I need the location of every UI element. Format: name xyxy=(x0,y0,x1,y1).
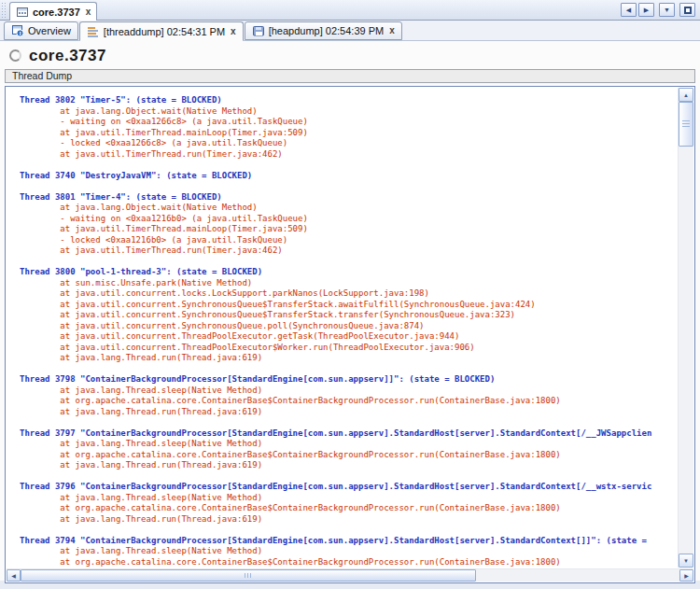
stack-frame-line: at java.util.concurrent.ThreadPoolExecut… xyxy=(20,331,678,343)
stack-frame-line: at java.util.concurrent.ThreadPoolExecut… xyxy=(20,343,678,354)
close-icon[interactable]: x xyxy=(389,26,395,35)
horizontal-scrollbar[interactable]: ◀ ▶ xyxy=(7,568,693,582)
blank-line xyxy=(20,417,678,428)
stack-frame-line: at java.util.TimerThread.run(Timer.java:… xyxy=(20,149,678,161)
thread-header-line: Thread 3800 "pool-1-thread-3": (state = … xyxy=(20,267,678,278)
scroll-right-icon: ▶ xyxy=(684,572,689,579)
maximize-icon xyxy=(684,7,692,14)
stack-frame-line: at java.util.concurrent.SynchronousQueue… xyxy=(20,310,678,321)
tab-heapdump[interactable]: [heapdump] 02:54:39 PM x xyxy=(245,21,402,40)
tab-label: Overview xyxy=(28,25,71,36)
blank-line xyxy=(20,471,678,483)
vertical-scrollbar-thumb[interactable] xyxy=(679,102,693,147)
stack-frame-line: at java.util.TimerThread.mainLoop(Timer.… xyxy=(20,224,678,235)
thread-header-line: Thread 3796 "ContainerBackgroundProcesso… xyxy=(20,482,678,493)
stack-frame-line: at java.util.concurrent.SynchronousQueue… xyxy=(20,321,678,332)
stack-frame-line: at java.lang.Thread.run(Thread.java:619) xyxy=(20,407,678,418)
stack-frame-line: at java.util.concurrent.SynchronousQueue… xyxy=(20,300,678,311)
document-body: core.3737 Thread Dump Thread 3802 "Timer… xyxy=(0,41,700,581)
coredump-ring-icon xyxy=(9,49,21,62)
stack-frame-line: at java.util.TimerThread.run(Timer.java:… xyxy=(20,245,678,257)
stack-frame-line: at java.lang.Object.wait(Native Method) xyxy=(20,203,678,214)
tab-label: [threaddump] 02:54:31 PM xyxy=(104,26,225,37)
stack-frame-line: - waiting on <0xaa1266c8> (a java.util.T… xyxy=(20,117,678,128)
stack-frame-line: at org.apache.catalina.core.ContainerBas… xyxy=(20,450,678,461)
scroll-left-icon: ◀ xyxy=(11,572,16,579)
coredump-icon xyxy=(16,6,29,19)
page-title: core.3737 xyxy=(29,47,106,65)
stack-frame-line: at java.lang.Thread.run(Thread.java:619) xyxy=(20,460,678,471)
tab-label: [heapdump] 02:54:39 PM xyxy=(269,25,385,36)
thread-header-line: Thread 3740 "DestroyJavaVM": (state = BL… xyxy=(20,171,678,182)
stack-frame-line: at sun.misc.Unsafe.park(Native Method) xyxy=(20,278,678,289)
stack-frame-line: at java.lang.Thread.run(Thread.java:619) xyxy=(20,514,678,526)
blank-line xyxy=(20,364,678,375)
blank-line xyxy=(20,257,678,268)
scroll-down-icon: ▼ xyxy=(683,558,689,564)
tab-threaddump[interactable]: [threaddump] 02:54:31 PM x xyxy=(79,21,244,41)
thread-header-line: Thread 3801 "Timer-4": (state = BLOCKED) xyxy=(20,192,678,203)
horizontal-scrollbar-thumb[interactable] xyxy=(21,569,476,582)
scroll-up-button[interactable]: ▲ xyxy=(679,88,693,102)
heapdump-icon xyxy=(252,24,265,37)
tab-overview[interactable]: Overview xyxy=(4,21,78,40)
stack-frame-line: - locked <0xaa1266c8> (a java.util.TaskQ… xyxy=(20,138,678,149)
close-icon[interactable]: x xyxy=(231,27,236,36)
stack-frame-line: at java.util.TimerThread.mainLoop(Timer.… xyxy=(20,128,678,139)
blank-line xyxy=(20,160,678,171)
tab-core-3737[interactable]: core.3737 x xyxy=(9,2,97,21)
scroll-tabs-left-button[interactable]: ◀ xyxy=(621,3,637,17)
scroll-down-button[interactable]: ▼ xyxy=(679,554,693,568)
stack-frame-line: at java.lang.Thread.sleep(Native Method) xyxy=(20,546,678,557)
stack-frame-line: at java.lang.Thread.sleep(Native Method) xyxy=(20,386,678,397)
stack-frame-line: - waiting on <0xaa1216b0> (a java.util.T… xyxy=(20,214,678,225)
scroll-tabs-right-button[interactable]: ▶ xyxy=(638,3,654,17)
scroll-left-button[interactable]: ◀ xyxy=(7,569,21,582)
stack-frame-line: at java.util.concurrent.locks.LockSuppor… xyxy=(20,288,678,300)
thread-dump-panel: Thread 3802 "Timer-5": (state = BLOCKED)… xyxy=(5,86,695,583)
document-tab-bar: core.3737 x ◀ ▶ ▼ xyxy=(0,0,700,21)
stack-frame-line: at org.apache.catalina.core.ContainerBas… xyxy=(20,503,678,514)
blank-line xyxy=(20,525,678,536)
stack-frame-line: at org.apache.catalina.core.ContainerBas… xyxy=(20,396,678,407)
close-icon[interactable]: x xyxy=(86,7,91,17)
visualvm-window: core.3737 x ◀ ▶ ▼ Overview xyxy=(0,0,700,589)
section-header: Thread Dump xyxy=(5,69,695,83)
vertical-scrollbar[interactable]: ▲ ▼ xyxy=(678,88,693,568)
stack-frame-line: at java.lang.Object.wait(Native Method) xyxy=(20,106,678,118)
drag-handle[interactable] xyxy=(1,2,7,19)
thread-header-line: Thread 3798 "ContainerBackgroundProcesso… xyxy=(20,374,678,386)
window-controls: ◀ ▶ ▼ xyxy=(621,3,695,17)
thread-header-line: Thread 3794 "ContainerBackgroundProcesso… xyxy=(20,536,678,547)
thread-header-line: Thread 3797 "ContainerBackgroundProcesso… xyxy=(20,428,678,440)
title-row: core.3737 xyxy=(0,41,700,65)
stack-frame-line: at java.lang.Thread.sleep(Native Method) xyxy=(20,439,678,450)
overview-icon xyxy=(11,24,24,37)
stack-frame-line: - locked <0xaa1216b0> (a java.util.TaskQ… xyxy=(20,235,678,246)
scroll-up-icon: ▲ xyxy=(683,92,689,98)
stack-frame-line: at java.lang.Thread.sleep(Native Method) xyxy=(20,493,678,504)
stack-frame-line: at org.apache.catalina.core.ContainerBas… xyxy=(20,557,678,568)
threaddump-icon xyxy=(87,25,100,38)
stack-frame-line: at java.lang.Thread.run(Thread.java:619) xyxy=(20,353,678,364)
thread-dump-text: Thread 3802 "Timer-5": (state = BLOCKED)… xyxy=(7,88,678,568)
blank-line xyxy=(20,181,678,192)
view-tab-bar: Overview [threaddump] 02:54:31 PM x [hea… xyxy=(0,21,700,41)
thread-header-line: Thread 3802 "Timer-5": (state = BLOCKED) xyxy=(20,95,678,106)
maximize-button[interactable] xyxy=(679,3,695,17)
doc-tab-label: core.3737 xyxy=(33,7,80,18)
scroll-right-button[interactable]: ▶ xyxy=(679,569,693,582)
tab-list-dropdown-button[interactable]: ▼ xyxy=(659,3,675,17)
